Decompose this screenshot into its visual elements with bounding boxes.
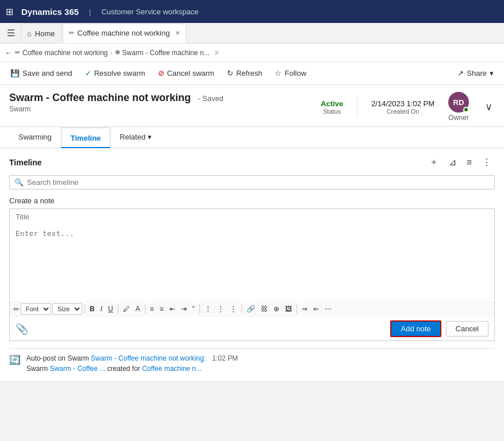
ltr-button[interactable]: ⇒ (299, 304, 310, 314)
justify-button[interactable]: ⋮ (228, 304, 239, 314)
tab-case-close[interactable]: ✕ (175, 30, 180, 36)
outdent-button[interactable]: ⇤ (167, 304, 178, 314)
avatar-initials: RD (453, 98, 464, 107)
hamburger-icon[interactable]: ☰ (2, 24, 20, 42)
tab-related[interactable]: Related ▾ (110, 127, 161, 148)
app-grid-icon[interactable]: ⊞ (6, 6, 13, 17)
tab-swarming[interactable]: Swarming (9, 127, 61, 148)
toolbar: 💾 Save and send ✓ Resolve swarm ⊘ Cancel… (0, 62, 504, 85)
share-label: Share (467, 69, 487, 78)
avatar[interactable]: RD (448, 92, 469, 113)
tab-case[interactable]: ✏ Coffee machine not working ✕ (63, 24, 187, 43)
refresh-label: Refresh (236, 69, 263, 78)
timeline-sort-button[interactable]: ≡ (463, 156, 475, 169)
timeline-section: Timeline ＋ ⊿ ≡ ⋮ 🔍 Create a note ✏ Font … (0, 148, 504, 381)
timeline-add-button[interactable]: ＋ (426, 155, 442, 169)
tab-related-label: Related (120, 133, 145, 141)
meta-created-value: 2/14/2023 1:02 PM (371, 99, 434, 108)
note-title-input[interactable] (9, 208, 495, 225)
timeline-filter-button[interactable]: ⊿ (445, 156, 460, 169)
auto-post-mid: created for (107, 365, 143, 373)
auto-post-swarm-link2[interactable]: Swarm - Coffee ... (50, 365, 105, 373)
auto-post-item: 🔄 Auto-post on Swarm Swarm - Coffee mach… (9, 348, 495, 374)
highlight-button[interactable]: 🖊 (121, 304, 132, 314)
cancel-swarm-icon: ⊘ (158, 69, 164, 78)
tab-nav: Swarming Timeline Related ▾ (0, 127, 504, 148)
more-format-button[interactable]: ⋯ (322, 304, 334, 314)
breadcrumb-bar: ← ✏ Coffee machine not working › ✻ Swarm… (0, 44, 504, 62)
indent-button[interactable]: ⇥ (179, 304, 189, 314)
search-timeline-box[interactable]: 🔍 (9, 175, 495, 189)
workspace-label: Customer Service workspace (101, 7, 198, 16)
refresh-button[interactable]: ↻ Refresh (221, 67, 268, 80)
refresh-icon: ↻ (227, 69, 233, 78)
bold-button[interactable]: B (87, 304, 97, 314)
align-center-button[interactable]: ≡ (157, 304, 166, 314)
record-header: Swarm - Coffee machine not working - Sav… (0, 85, 504, 127)
format-toolbar: ✏ Font Size B I U 🖊 A ≡ ≡ ⇤ ⇥ " ⋮ ⋮ ⋮ (9, 301, 495, 317)
auto-post-swarm-link[interactable]: Swarm - Coffee machine not working: (91, 354, 206, 362)
save-send-button[interactable]: 💾 Save and send (5, 67, 78, 80)
meta-status-label: Status (323, 108, 341, 115)
record-meta: Active Status 2/14/2023 1:02 PM Created … (321, 92, 495, 122)
auto-post-prefix: Auto-post on Swarm (26, 354, 91, 362)
breadcrumb-swarm[interactable]: ✻ Swarm - Coffee machine n... (115, 49, 210, 57)
align-left-button[interactable]: ≡ (148, 304, 156, 314)
tab-case-icon: ✏ (69, 29, 74, 37)
italic-button[interactable]: I (98, 304, 105, 314)
record-type: Swarm (9, 105, 224, 113)
breadcrumb-close[interactable]: ✕ (214, 49, 220, 57)
share-icon: ↗ (457, 69, 464, 78)
font-color-button[interactable]: A (133, 304, 143, 314)
tab-swarming-label: Swarming (18, 133, 52, 141)
breadcrumb-separator: › (110, 49, 113, 57)
search-timeline-input[interactable] (27, 178, 490, 187)
attach-icon[interactable]: 📎 (16, 323, 28, 335)
follow-label: Follow (284, 69, 306, 78)
special-char-button[interactable]: ⊕ (271, 304, 282, 314)
image-button[interactable]: 🖼 (283, 304, 294, 314)
breadcrumb-swarm-icon: ✻ (115, 49, 120, 56)
rtl-button[interactable]: ⇐ (311, 304, 321, 314)
tab-home-label: Home (35, 29, 55, 38)
tab-timeline[interactable]: Timeline (61, 127, 111, 148)
resolve-swarm-button[interactable]: ✓ Resolve swarm (79, 67, 151, 80)
auto-post-case-link[interactable]: Coffee machine n... (142, 365, 202, 373)
pencil-edit-icon: ✏ (13, 305, 20, 314)
timeline-action-buttons: ＋ ⊿ ≡ ⋮ (426, 155, 495, 169)
meta-created-block: 2/14/2023 1:02 PM Created On (371, 99, 434, 115)
collapse-button[interactable]: ∨ (483, 98, 495, 115)
note-text-area[interactable] (9, 225, 495, 299)
share-button[interactable]: ↗ Share ▾ (452, 67, 499, 80)
tab-timeline-label: Timeline (71, 134, 101, 142)
tab-home[interactable]: ⌂ Home (21, 24, 61, 43)
fmt-divider-5 (241, 304, 242, 314)
fmt-divider-1 (84, 304, 85, 314)
align-justify-button[interactable]: ⋮ (202, 304, 214, 314)
back-button[interactable]: ← (5, 48, 13, 57)
cancel-note-button[interactable]: Cancel (446, 321, 488, 336)
resolve-swarm-icon: ✓ (85, 69, 91, 78)
size-select[interactable]: Size (52, 303, 82, 315)
unlink-button[interactable]: ⛓ (259, 304, 270, 314)
nav-divider: | (89, 7, 91, 16)
home-icon: ⌂ (27, 29, 32, 38)
font-select[interactable]: Font (21, 303, 51, 315)
follow-button[interactable]: ☆ Follow (269, 67, 312, 80)
save-send-icon: 💾 (10, 69, 20, 78)
add-note-button[interactable]: Add note (390, 320, 441, 337)
breadcrumb-case[interactable]: ✏ Coffee machine not working (15, 49, 108, 57)
timeline-more-button[interactable]: ⋮ (479, 156, 495, 169)
cancel-swarm-button[interactable]: ⊘ Cancel swarm (152, 67, 220, 80)
align-right-button[interactable]: ⋮ (215, 304, 226, 314)
meta-created-label: Created On (387, 108, 420, 115)
auto-post-text: Auto-post on Swarm Swarm - Coffee machin… (26, 353, 238, 374)
underline-button[interactable]: U (106, 304, 116, 314)
tab-case-label: Coffee machine not working (78, 29, 170, 37)
fmt-divider-2 (118, 304, 118, 314)
page-content: Swarm - Coffee machine not working - Sav… (0, 85, 504, 381)
create-note-label: Create a note (9, 196, 495, 205)
quote-button[interactable]: " (190, 304, 197, 314)
cancel-swarm-label: Cancel swarm (167, 69, 214, 78)
link-button[interactable]: 🔗 (244, 304, 257, 314)
